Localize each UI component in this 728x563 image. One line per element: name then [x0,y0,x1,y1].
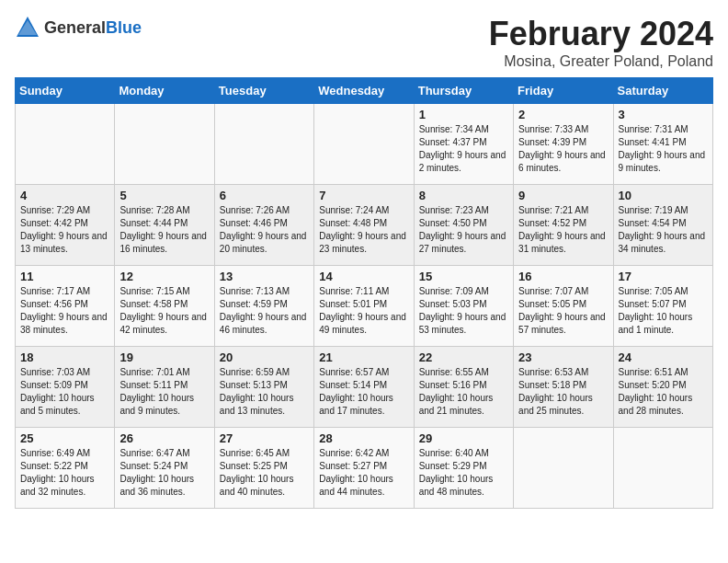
day-cell: 11Sunrise: 7:17 AM Sunset: 4:56 PM Dayli… [16,266,115,347]
day-info: Sunrise: 7:23 AM Sunset: 4:50 PM Dayligh… [419,204,508,256]
day-number: 2 [518,108,608,121]
day-info: Sunrise: 6:59 AM Sunset: 5:13 PM Dayligh… [220,366,309,418]
day-info: Sunrise: 7:09 AM Sunset: 5:03 PM Dayligh… [419,285,508,337]
day-cell: 15Sunrise: 7:09 AM Sunset: 5:03 PM Dayli… [414,266,513,347]
day-cell: 3Sunrise: 7:31 AM Sunset: 4:41 PM Daylig… [613,104,712,185]
day-info: Sunrise: 7:17 AM Sunset: 4:56 PM Dayligh… [20,285,109,337]
day-cell: 24Sunrise: 6:51 AM Sunset: 5:20 PM Dayli… [613,347,712,428]
day-cell: 8Sunrise: 7:23 AM Sunset: 4:50 PM Daylig… [414,185,513,266]
day-info: Sunrise: 6:45 AM Sunset: 5:25 PM Dayligh… [220,447,309,499]
day-number: 12 [119,270,209,283]
day-info: Sunrise: 6:55 AM Sunset: 5:16 PM Dayligh… [419,366,508,418]
header-cell-monday: Monday [115,78,214,104]
logo-icon [15,15,40,40]
day-number: 25 [20,431,109,445]
day-info: Sunrise: 6:53 AM Sunset: 5:18 PM Dayligh… [518,366,608,418]
day-cell: 29Sunrise: 6:40 AM Sunset: 5:29 PM Dayli… [414,428,513,509]
title-area: February 2024 Mosina, Greater Poland, Po… [489,15,713,70]
week-row-1: 4Sunrise: 7:29 AM Sunset: 4:42 PM Daylig… [16,185,713,266]
header-cell-thursday: Thursday [414,78,513,104]
header-row: SundayMondayTuesdayWednesdayThursdayFrid… [16,78,713,104]
header-cell-wednesday: Wednesday [314,78,414,104]
day-cell: 2Sunrise: 7:33 AM Sunset: 4:39 PM Daylig… [514,104,613,185]
day-cell: 13Sunrise: 7:13 AM Sunset: 4:59 PM Dayli… [214,266,313,347]
day-cell [613,428,712,509]
day-cell: 9Sunrise: 7:21 AM Sunset: 4:52 PM Daylig… [514,185,613,266]
day-number: 13 [220,270,309,283]
day-number: 10 [619,189,708,202]
day-cell: 5Sunrise: 7:28 AM Sunset: 4:44 PM Daylig… [115,185,214,266]
day-cell: 16Sunrise: 7:07 AM Sunset: 5:05 PM Dayli… [514,266,613,347]
day-info: Sunrise: 7:29 AM Sunset: 4:42 PM Dayligh… [20,204,109,256]
day-info: Sunrise: 6:47 AM Sunset: 5:24 PM Dayligh… [119,447,209,499]
logo: GeneralBlue [15,15,142,40]
day-cell [314,104,414,185]
day-info: Sunrise: 6:42 AM Sunset: 5:27 PM Dayligh… [319,447,408,499]
day-info: Sunrise: 7:21 AM Sunset: 4:52 PM Dayligh… [518,204,608,256]
day-number: 24 [619,350,708,364]
day-number: 3 [619,108,708,121]
day-info: Sunrise: 7:26 AM Sunset: 4:46 PM Dayligh… [220,204,309,256]
day-number: 21 [319,350,408,364]
day-info: Sunrise: 7:19 AM Sunset: 4:54 PM Dayligh… [619,204,708,256]
day-cell: 7Sunrise: 7:24 AM Sunset: 4:48 PM Daylig… [314,185,414,266]
day-info: Sunrise: 7:05 AM Sunset: 5:07 PM Dayligh… [619,285,708,337]
day-info: Sunrise: 6:57 AM Sunset: 5:14 PM Dayligh… [319,366,408,418]
day-number: 14 [319,270,408,283]
day-number: 11 [20,270,109,283]
logo-general: General [44,18,106,37]
header-cell-friday: Friday [514,78,613,104]
day-info: Sunrise: 6:51 AM Sunset: 5:20 PM Dayligh… [619,366,708,418]
day-cell: 26Sunrise: 6:47 AM Sunset: 5:24 PM Dayli… [115,428,214,509]
day-cell: 6Sunrise: 7:26 AM Sunset: 4:46 PM Daylig… [214,185,313,266]
header-cell-sunday: Sunday [16,78,115,104]
day-number: 4 [20,189,109,202]
day-number: 8 [419,189,508,202]
week-row-0: 1Sunrise: 7:34 AM Sunset: 4:37 PM Daylig… [16,104,713,185]
logo-text: GeneralBlue [44,18,142,38]
day-cell [16,104,115,185]
day-cell: 23Sunrise: 6:53 AM Sunset: 5:18 PM Dayli… [514,347,613,428]
day-number: 28 [319,431,408,445]
calendar-table: SundayMondayTuesdayWednesdayThursdayFrid… [15,77,713,509]
week-row-4: 25Sunrise: 6:49 AM Sunset: 5:22 PM Dayli… [16,428,713,509]
day-number: 22 [419,350,508,364]
day-cell: 12Sunrise: 7:15 AM Sunset: 4:58 PM Dayli… [115,266,214,347]
week-row-3: 18Sunrise: 7:03 AM Sunset: 5:09 PM Dayli… [16,347,713,428]
day-info: Sunrise: 7:13 AM Sunset: 4:59 PM Dayligh… [220,285,309,337]
day-number: 19 [119,350,209,364]
day-cell: 18Sunrise: 7:03 AM Sunset: 5:09 PM Dayli… [16,347,115,428]
day-info: Sunrise: 7:15 AM Sunset: 4:58 PM Dayligh… [119,285,209,337]
header-cell-tuesday: Tuesday [214,78,313,104]
day-number: 9 [518,189,608,202]
day-cell [514,428,613,509]
month-title: February 2024 [489,15,713,53]
day-cell: 27Sunrise: 6:45 AM Sunset: 5:25 PM Dayli… [214,428,313,509]
day-cell: 1Sunrise: 7:34 AM Sunset: 4:37 PM Daylig… [414,104,513,185]
logo-blue: Blue [106,18,142,37]
day-number: 26 [119,431,209,445]
day-info: Sunrise: 7:28 AM Sunset: 4:44 PM Dayligh… [119,204,209,256]
day-info: Sunrise: 7:01 AM Sunset: 5:11 PM Dayligh… [119,366,209,418]
day-cell [115,104,214,185]
day-number: 16 [518,270,608,283]
day-info: Sunrise: 7:11 AM Sunset: 5:01 PM Dayligh… [319,285,408,337]
day-info: Sunrise: 7:34 AM Sunset: 4:37 PM Dayligh… [419,123,508,175]
day-info: Sunrise: 7:33 AM Sunset: 4:39 PM Dayligh… [518,123,608,175]
day-cell: 21Sunrise: 6:57 AM Sunset: 5:14 PM Dayli… [314,347,414,428]
day-number: 27 [220,431,309,445]
day-number: 5 [119,189,209,202]
day-number: 23 [518,350,608,364]
day-number: 6 [220,189,309,202]
day-info: Sunrise: 6:40 AM Sunset: 5:29 PM Dayligh… [419,447,508,499]
day-info: Sunrise: 7:03 AM Sunset: 5:09 PM Dayligh… [20,366,109,418]
day-cell: 14Sunrise: 7:11 AM Sunset: 5:01 PM Dayli… [314,266,414,347]
day-info: Sunrise: 7:24 AM Sunset: 4:48 PM Dayligh… [319,204,408,256]
day-cell: 17Sunrise: 7:05 AM Sunset: 5:07 PM Dayli… [613,266,712,347]
day-cell: 10Sunrise: 7:19 AM Sunset: 4:54 PM Dayli… [613,185,712,266]
day-cell: 4Sunrise: 7:29 AM Sunset: 4:42 PM Daylig… [16,185,115,266]
day-cell [214,104,313,185]
week-row-2: 11Sunrise: 7:17 AM Sunset: 4:56 PM Dayli… [16,266,713,347]
day-number: 15 [419,270,508,283]
day-cell: 25Sunrise: 6:49 AM Sunset: 5:22 PM Dayli… [16,428,115,509]
